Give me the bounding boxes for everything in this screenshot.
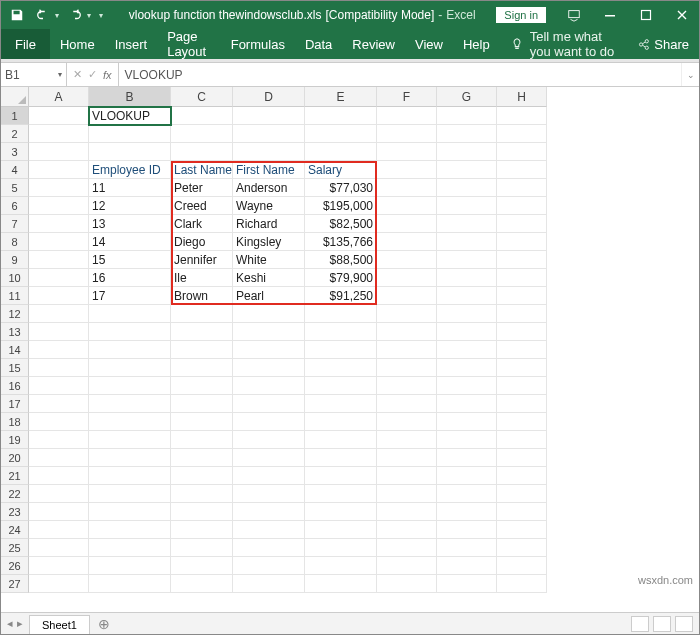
row-header[interactable]: 1: [1, 107, 29, 125]
cell[interactable]: [497, 125, 547, 143]
row-header[interactable]: 16: [1, 377, 29, 395]
cell[interactable]: [305, 107, 377, 125]
cell[interactable]: [233, 449, 305, 467]
cell-b1[interactable]: VLOOKUP: [89, 107, 171, 125]
cell[interactable]: [497, 575, 547, 593]
cell[interactable]: [497, 377, 547, 395]
cell[interactable]: [29, 323, 89, 341]
cell[interactable]: Keshi: [233, 269, 305, 287]
cell[interactable]: [377, 107, 437, 125]
cell[interactable]: [29, 107, 89, 125]
cell[interactable]: [305, 431, 377, 449]
row-header[interactable]: 11: [1, 287, 29, 305]
cell[interactable]: [437, 197, 497, 215]
cell[interactable]: [437, 233, 497, 251]
cell[interactable]: [497, 161, 547, 179]
cell[interactable]: [233, 521, 305, 539]
cell[interactable]: [233, 341, 305, 359]
cell[interactable]: [497, 179, 547, 197]
cell[interactable]: [437, 359, 497, 377]
cell[interactable]: [437, 377, 497, 395]
cell[interactable]: [233, 431, 305, 449]
cell[interactable]: $77,030: [305, 179, 377, 197]
cell[interactable]: $195,000: [305, 197, 377, 215]
cell[interactable]: [497, 521, 547, 539]
cell[interactable]: [377, 449, 437, 467]
cell[interactable]: [89, 125, 171, 143]
sheet-next-icon[interactable]: ▸: [17, 617, 23, 630]
cell[interactable]: [29, 539, 89, 557]
cell[interactable]: $79,900: [305, 269, 377, 287]
normal-view-button[interactable]: [631, 616, 649, 632]
cell[interactable]: [29, 251, 89, 269]
cell[interactable]: [377, 503, 437, 521]
maximize-button[interactable]: [629, 1, 663, 29]
cell[interactable]: [377, 179, 437, 197]
cell[interactable]: [437, 431, 497, 449]
cell[interactable]: [89, 521, 171, 539]
cell[interactable]: [233, 485, 305, 503]
cell[interactable]: [305, 323, 377, 341]
tab-review[interactable]: Review: [342, 29, 405, 59]
cell[interactable]: [29, 521, 89, 539]
cell[interactable]: [305, 575, 377, 593]
cell[interactable]: [377, 485, 437, 503]
row-header[interactable]: 22: [1, 485, 29, 503]
cell[interactable]: [233, 575, 305, 593]
cell[interactable]: [171, 143, 233, 161]
cell[interactable]: [305, 539, 377, 557]
cell-header-last-name[interactable]: Last Name: [171, 161, 233, 179]
undo-button[interactable]: [33, 5, 53, 25]
row-header[interactable]: 20: [1, 449, 29, 467]
cell[interactable]: [377, 323, 437, 341]
cell[interactable]: White: [233, 251, 305, 269]
tab-data[interactable]: Data: [295, 29, 342, 59]
row-header[interactable]: 13: [1, 323, 29, 341]
row-header[interactable]: 2: [1, 125, 29, 143]
cell[interactable]: [497, 323, 547, 341]
cell[interactable]: [171, 377, 233, 395]
cell[interactable]: [497, 251, 547, 269]
cell[interactable]: [437, 575, 497, 593]
cell[interactable]: [377, 305, 437, 323]
cell[interactable]: [233, 557, 305, 575]
cell[interactable]: [89, 449, 171, 467]
cell[interactable]: [89, 467, 171, 485]
tab-help[interactable]: Help: [453, 29, 500, 59]
cell[interactable]: Anderson: [233, 179, 305, 197]
cell[interactable]: Pearl: [233, 287, 305, 305]
cell[interactable]: [29, 449, 89, 467]
row-header[interactable]: 14: [1, 341, 29, 359]
cell[interactable]: [29, 359, 89, 377]
cell[interactable]: [437, 125, 497, 143]
cell[interactable]: [29, 125, 89, 143]
cell[interactable]: [497, 107, 547, 125]
page-break-view-button[interactable]: [675, 616, 693, 632]
cell[interactable]: $91,250: [305, 287, 377, 305]
cell[interactable]: [305, 413, 377, 431]
cell[interactable]: [89, 377, 171, 395]
cell[interactable]: [29, 503, 89, 521]
cell[interactable]: 11: [89, 179, 171, 197]
cell[interactable]: [377, 557, 437, 575]
cell[interactable]: [29, 395, 89, 413]
cell[interactable]: Diego: [171, 233, 233, 251]
cell[interactable]: [305, 143, 377, 161]
cell[interactable]: [437, 395, 497, 413]
cell-header-employee-id[interactable]: Employee ID: [89, 161, 171, 179]
cell[interactable]: [497, 413, 547, 431]
cell[interactable]: [437, 557, 497, 575]
cell[interactable]: [377, 575, 437, 593]
cell[interactable]: [29, 557, 89, 575]
select-all-corner[interactable]: [1, 87, 29, 107]
cell[interactable]: 12: [89, 197, 171, 215]
cell[interactable]: [497, 305, 547, 323]
cell[interactable]: [305, 395, 377, 413]
file-tab[interactable]: File: [1, 29, 50, 59]
cell[interactable]: Richard: [233, 215, 305, 233]
cell[interactable]: [377, 359, 437, 377]
sign-in-button[interactable]: Sign in: [495, 6, 547, 24]
cell[interactable]: [29, 485, 89, 503]
cell[interactable]: [29, 233, 89, 251]
cell[interactable]: [233, 413, 305, 431]
